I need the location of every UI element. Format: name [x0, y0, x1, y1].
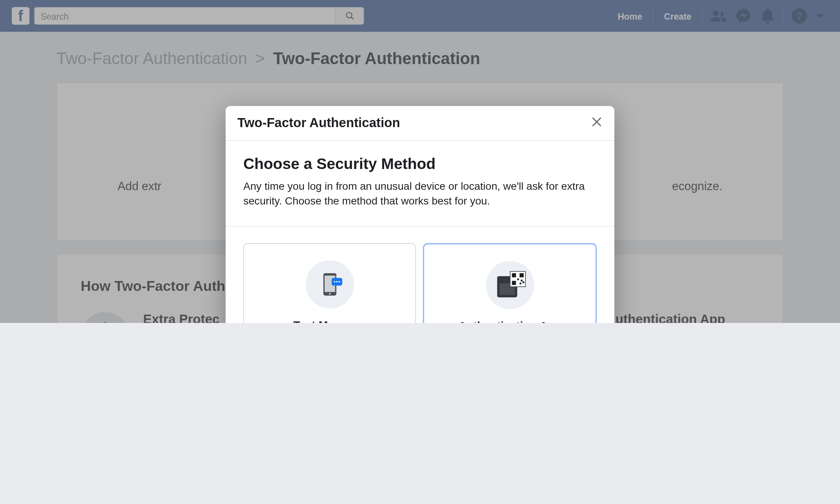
modal-heading: Choose a Security Method: [243, 155, 597, 173]
modal-description: Any time you log in from an unusual devi…: [243, 179, 597, 209]
svg-rect-22: [522, 282, 524, 284]
svg-rect-19: [517, 279, 519, 281]
svg-rect-21: [519, 283, 521, 285]
phone-sms-icon: [305, 260, 354, 309]
method-title: Authentication App: [435, 320, 585, 323]
svg-rect-17: [519, 274, 523, 278]
modal-body: Choose a Security Method Any time you lo…: [226, 141, 614, 226]
svg-rect-16: [512, 274, 516, 278]
close-icon: [591, 116, 603, 128]
method-auth-app[interactable]: Authentication App Set up an app like Go…: [423, 243, 597, 323]
svg-point-12: [338, 281, 340, 283]
security-methods: Text Message We'll send a code to +61 **…: [226, 227, 614, 323]
svg-point-11: [336, 281, 337, 283]
modal-overlay: Two-Factor Authentication Choose a Secur…: [0, 0, 840, 323]
two-factor-modal: Two-Factor Authentication Choose a Secur…: [226, 106, 614, 323]
method-title: Text Message: [254, 320, 405, 323]
qr-app-icon: [486, 261, 534, 309]
svg-point-10: [334, 281, 335, 283]
close-button[interactable]: [591, 116, 603, 130]
modal-title: Two-Factor Authentication: [237, 115, 591, 131]
svg-rect-20: [520, 280, 522, 282]
modal-header: Two-Factor Authentication: [226, 106, 614, 141]
svg-point-8: [329, 293, 331, 295]
method-text-message[interactable]: Text Message We'll send a code to +61 **…: [243, 243, 416, 323]
svg-rect-18: [512, 281, 516, 285]
